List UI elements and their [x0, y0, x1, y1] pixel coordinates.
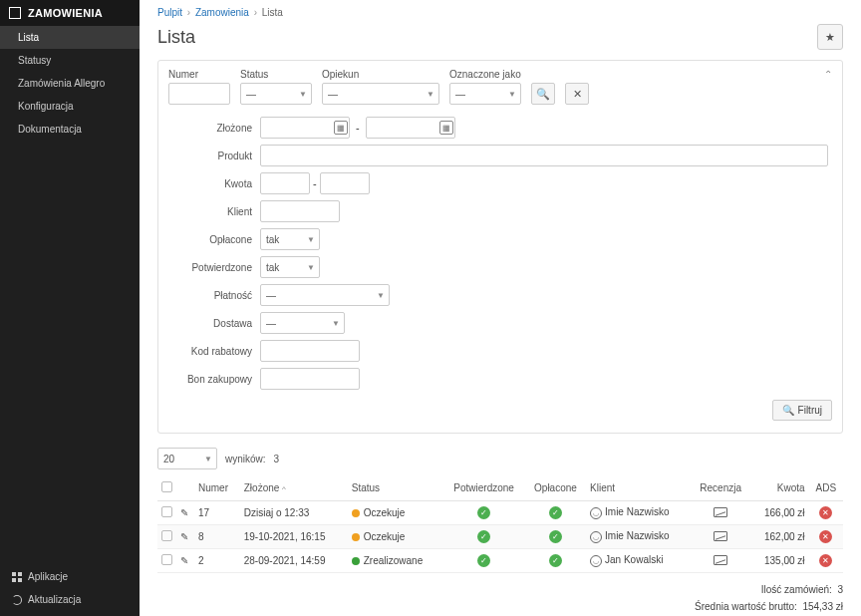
filter-klient-input[interactable]: [260, 200, 340, 222]
th-klient[interactable]: Klient: [586, 475, 691, 501]
sidebar-item-dokumentacja[interactable]: Dokumentacja: [0, 118, 140, 141]
label-kod: Kod rabatowy: [168, 346, 260, 357]
sidebar-item-statusy[interactable]: Statusy: [0, 49, 140, 72]
edit-icon[interactable]: ✎: [180, 555, 188, 566]
th-numer[interactable]: Numer: [194, 475, 240, 501]
cell-zlozone: 28-09-2021, 14:59: [240, 549, 348, 573]
cell-zlozone: Dzisiaj o 12:33: [240, 501, 348, 525]
th-recenzja[interactable]: Recenzja: [691, 475, 750, 501]
mail-icon[interactable]: [714, 555, 727, 565]
filter-platnosc-select[interactable]: —▼: [260, 284, 390, 306]
grid-icon: [12, 572, 22, 582]
mail-icon[interactable]: [714, 531, 727, 541]
table-row[interactable]: ✎228-09-2021, 14:59Zrealizowane✓✓◡Jan Ko…: [157, 549, 843, 573]
crumb-zamowienia[interactable]: Zamowienia: [195, 7, 249, 18]
filter-kwota-from[interactable]: [260, 172, 310, 194]
page-title: Lista: [157, 27, 195, 48]
filter-dostawa-select[interactable]: —▼: [260, 312, 345, 334]
status-dot-icon: [352, 509, 360, 517]
filter-kwota-to[interactable]: [320, 172, 370, 194]
label-bon: Bon zakupowy: [168, 374, 260, 385]
crumb-sep: ›: [187, 7, 190, 18]
row-checkbox[interactable]: [161, 506, 172, 517]
check-icon: ✓: [549, 530, 562, 543]
sort-icon: ^: [282, 484, 286, 493]
cell-klient: ◡Imie Nazwisko: [586, 501, 691, 525]
filter-status-select[interactable]: —▼: [240, 83, 312, 105]
table-row[interactable]: ✎17Dzisiaj o 12:33Oczekuje✓✓◡Imie Nazwis…: [157, 501, 843, 525]
status-dot-icon: [352, 557, 360, 565]
filter-kod-input[interactable]: [260, 340, 360, 362]
orders-table: Numer Złożone ^ Status Potwierdzone Opła…: [157, 475, 843, 573]
breadcrumbs: Pulpit › Zamowienia › Lista: [157, 5, 843, 24]
cell-kwota: 135,00 zł: [750, 549, 808, 573]
edit-icon[interactable]: ✎: [180, 531, 188, 542]
filter-opiekun-select[interactable]: —▼: [322, 83, 439, 105]
cell-klient: ◡Imie Nazwisko: [586, 525, 691, 549]
th-kwota[interactable]: Kwota: [750, 475, 808, 501]
row-checkbox[interactable]: [161, 530, 172, 541]
star-icon: ★: [825, 31, 835, 44]
th-oplacone[interactable]: Opłacone: [525, 475, 586, 501]
results-label: wyników:: [225, 454, 266, 464]
delete-icon[interactable]: ✕: [819, 554, 832, 567]
filter-oplacone-select[interactable]: tak▼: [260, 228, 320, 250]
delete-icon[interactable]: ✕: [819, 530, 832, 543]
search-icon: 🔍: [782, 405, 794, 416]
filter-oznaczone-select[interactable]: —▼: [449, 83, 521, 105]
edit-icon[interactable]: ✎: [180, 507, 188, 518]
sidebar-item-aplikacje[interactable]: Aplikacje: [0, 565, 140, 588]
cell-status: Oczekuje: [348, 501, 443, 525]
label-platnosc: Płatność: [168, 290, 260, 301]
caret-icon: ▼: [299, 90, 307, 99]
label-zlozone: Złożone: [168, 123, 260, 134]
calendar-icon[interactable]: ▦: [439, 121, 453, 135]
th-ads[interactable]: ADS: [809, 475, 843, 501]
label-status: Status: [240, 69, 312, 80]
user-icon: ◡: [590, 531, 602, 543]
crumb-current: Lista: [262, 7, 283, 18]
favorite-button[interactable]: ★: [817, 24, 843, 50]
calendar-icon[interactable]: ▦: [334, 121, 348, 135]
filter-produkt-input[interactable]: [260, 145, 828, 166]
range-sep: -: [356, 122, 360, 134]
filter-potwierdzone-select[interactable]: tak▼: [260, 256, 320, 278]
delete-icon[interactable]: ✕: [819, 506, 832, 519]
sidebar-item-konfiguracja[interactable]: Konfiguracja: [0, 95, 140, 118]
caret-icon: ▼: [377, 291, 385, 300]
checkbox-all[interactable]: [161, 481, 172, 492]
label-produkt: Produkt: [168, 151, 260, 161]
th-potwierdzone[interactable]: Potwierdzone: [442, 475, 525, 501]
caret-icon: ▼: [332, 319, 340, 328]
collapse-toggle[interactable]: ⌃: [824, 69, 832, 80]
page-size-select[interactable]: 20▼: [157, 448, 217, 469]
th-status[interactable]: Status: [348, 475, 443, 501]
check-icon: ✓: [549, 506, 562, 519]
filtruj-button[interactable]: 🔍Filtruj: [772, 400, 832, 421]
filter-numer-input[interactable]: [168, 83, 230, 105]
cell-numer: 17: [194, 501, 240, 525]
check-icon: ✓: [477, 530, 490, 543]
table-row[interactable]: ✎819-10-2021, 16:15Oczekuje✓✓◡Imie Nazwi…: [157, 525, 843, 549]
clear-button[interactable]: ✕: [565, 83, 589, 105]
check-icon: ✓: [477, 554, 490, 567]
th-zlozone[interactable]: Złożone ^: [240, 475, 348, 501]
row-checkbox[interactable]: [161, 554, 172, 565]
sidebar-item-lista[interactable]: Lista: [0, 26, 140, 49]
crumb-pulpit[interactable]: Pulpit: [157, 7, 182, 18]
sidebar-item-aktualizacja[interactable]: Aktualizacja: [0, 588, 140, 611]
advanced-filters: Złożone ▦ - ▦ Produkt Kwota: [168, 117, 832, 390]
search-button[interactable]: 🔍: [531, 83, 555, 105]
sidebar-footer: Aplikacje Aktualizacja: [0, 565, 140, 616]
mail-icon[interactable]: [714, 507, 727, 517]
label-potwierdzone: Potwierdzone: [168, 262, 260, 273]
summary: Ilość zamówień: 3 Średnia wartość brutto…: [157, 581, 843, 616]
label-numer: Numer: [168, 69, 230, 80]
sidebar-item-allegro[interactable]: Zamówienia Allegro: [0, 72, 140, 95]
cell-status: Zrealizowane: [348, 549, 443, 573]
filter-bon-input[interactable]: [260, 368, 360, 390]
label-opiekun: Opiekun: [322, 69, 439, 80]
cell-kwota: 162,00 zł: [750, 525, 808, 549]
cell-klient: ◡Jan Kowalski: [586, 549, 691, 573]
refresh-icon: [12, 595, 22, 605]
